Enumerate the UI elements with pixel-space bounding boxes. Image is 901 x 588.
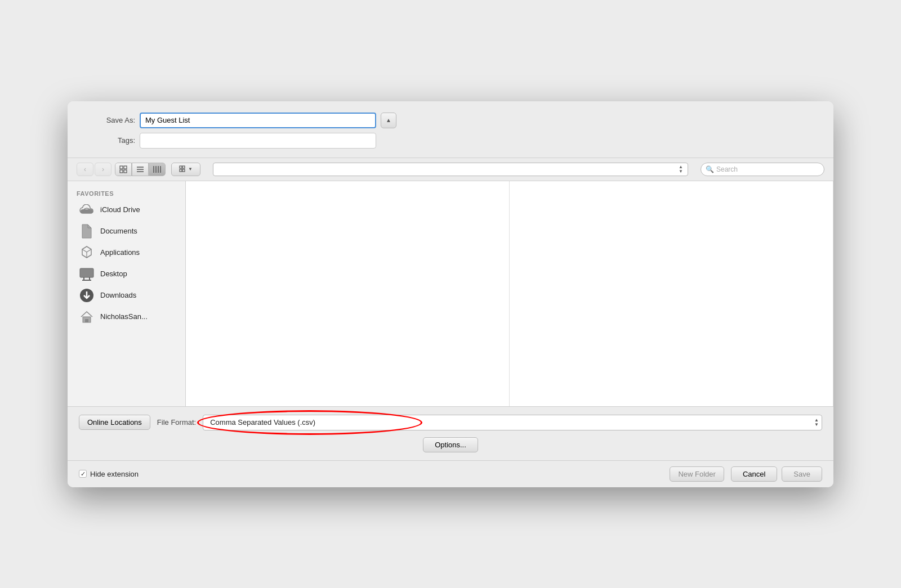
save-button[interactable]: Save <box>782 466 822 482</box>
applications-label: Applications <box>100 248 140 257</box>
svg-rect-12 <box>182 166 185 168</box>
forward-button[interactable]: › <box>95 163 111 176</box>
hide-extension-label: Hide extension <box>90 470 139 478</box>
collapse-button[interactable]: ▲ <box>381 113 396 128</box>
save-as-row: Save As: ▲ <box>90 113 811 128</box>
sidebar-item-desktop[interactable]: Desktop <box>70 263 183 285</box>
svg-rect-26 <box>85 319 88 322</box>
tags-row: Tags: <box>90 133 811 149</box>
dialog-header: Save As: ▲ Tags: <box>68 101 833 158</box>
documents-label: Documents <box>100 227 137 235</box>
sidebar-item-applications[interactable]: Applications <box>70 242 183 263</box>
view-button-group <box>115 163 166 176</box>
column-view-button[interactable] <box>149 163 166 176</box>
svg-line-17 <box>87 249 91 252</box>
hide-extension-checkbox[interactable]: ✓ <box>79 470 87 478</box>
file-area <box>186 181 833 406</box>
sidebar-item-downloads[interactable]: Downloads <box>70 285 183 306</box>
file-column-2 <box>510 181 833 406</box>
dialog-bottom: Online Locations File Format: Comma Sepa… <box>68 406 833 460</box>
file-format-select[interactable]: Comma Separated Values (.csv) Excel Work… <box>203 415 822 430</box>
search-icon: 🔍 <box>706 165 714 173</box>
svg-rect-15 <box>81 209 93 213</box>
action-buttons: Cancel Save <box>731 466 822 482</box>
location-picker[interactable]: ▲ ▼ <box>213 163 688 176</box>
documents-icon <box>79 223 95 239</box>
svg-line-16 <box>82 249 87 252</box>
arrange-button[interactable]: ▼ <box>171 163 200 176</box>
tags-input[interactable] <box>140 133 376 149</box>
favorites-label: Favorites <box>68 186 185 199</box>
icloud-label: iCloud Drive <box>100 205 140 214</box>
icloud-icon <box>79 202 95 218</box>
applications-icon <box>79 245 95 261</box>
tags-label: Tags: <box>90 136 135 145</box>
format-select-wrapper: Comma Separated Values (.csv) Excel Work… <box>203 415 822 430</box>
sidebar-item-documents[interactable]: Documents <box>70 221 183 242</box>
save-dialog: Save As: ▲ Tags: ‹ › <box>68 101 833 487</box>
home-label: NicholasSan... <box>100 312 148 321</box>
new-folder-button[interactable]: New Folder <box>670 466 724 482</box>
location-chevrons: ▲ ▼ <box>679 165 683 174</box>
hide-extension-row: ✓ Hide extension <box>79 470 663 478</box>
checkbox-check-icon: ✓ <box>81 470 86 478</box>
svg-rect-13 <box>180 169 182 172</box>
svg-rect-11 <box>180 166 182 168</box>
toolbar: ‹ › <box>68 158 833 181</box>
online-locations-button[interactable]: Online Locations <box>79 415 150 430</box>
options-row: Options... <box>79 437 822 452</box>
svg-rect-14 <box>182 169 185 172</box>
downloads-icon <box>79 288 95 303</box>
main-area: Favorites iCloud Drive <box>68 181 833 406</box>
sidebar: Favorites iCloud Drive <box>68 181 186 406</box>
file-format-label: File Format: <box>157 418 196 427</box>
format-row: Online Locations File Format: Comma Sepa… <box>79 415 822 430</box>
options-button[interactable]: Options... <box>423 437 478 452</box>
save-as-input[interactable] <box>140 113 376 128</box>
search-box[interactable]: 🔍 Search <box>701 163 824 176</box>
svg-rect-0 <box>120 166 123 169</box>
svg-rect-2 <box>120 170 123 173</box>
back-button[interactable]: ‹ <box>77 163 93 176</box>
file-column-1 <box>186 181 510 406</box>
desktop-icon <box>79 266 95 282</box>
svg-rect-1 <box>124 166 127 169</box>
nav-button-group: ‹ › <box>77 163 111 176</box>
sidebar-item-home[interactable]: NicholasSan... <box>70 306 183 327</box>
icon-view-button[interactable] <box>115 163 132 176</box>
desktop-label: Desktop <box>100 270 127 278</box>
svg-rect-3 <box>124 170 127 173</box>
svg-rect-19 <box>80 268 93 277</box>
dialog-footer: ✓ Hide extension New Folder Cancel Save <box>68 460 833 487</box>
sidebar-item-icloud[interactable]: iCloud Drive <box>70 199 183 221</box>
list-view-button[interactable] <box>132 163 149 176</box>
downloads-label: Downloads <box>100 291 136 299</box>
search-placeholder: Search <box>716 165 738 173</box>
home-icon <box>79 309 95 325</box>
cancel-button[interactable]: Cancel <box>731 466 777 482</box>
save-as-label: Save As: <box>90 116 135 124</box>
